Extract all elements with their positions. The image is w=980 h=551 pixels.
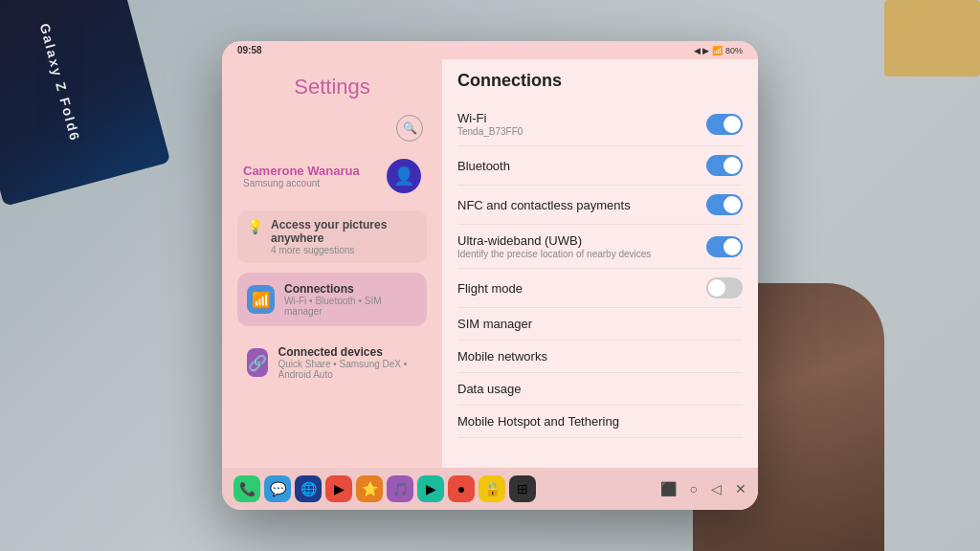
wifi-sub: Tenda_B73FF0: [457, 126, 523, 137]
nav-app-media[interactable]: ▶: [325, 475, 352, 502]
search-icon-row: 🔍: [237, 115, 427, 142]
search-button[interactable]: 🔍: [396, 115, 423, 142]
nav-app-music[interactable]: 🎵: [387, 475, 413, 502]
menu-item-connections[interactable]: 📶 Connections Wi-Fi • Bluetooth • SIM ma…: [237, 273, 427, 326]
connected-devices-icon: 🔗: [247, 348, 268, 377]
profile-info: Camerone Wanarua Samsung account: [243, 164, 387, 188]
mobile-networks-info: Mobile networks: [457, 349, 547, 364]
connected-devices-label: Connected devices: [278, 345, 417, 359]
setting-row-uwb[interactable]: Ultra-wideband (UWB) Identify the precis…: [457, 225, 743, 269]
setting-row-hotspot[interactable]: Mobile Hotspot and Tethering: [457, 406, 743, 438]
nfc-toggle[interactable]: [706, 194, 743, 215]
nfc-label: NFC and contactless payments: [457, 198, 631, 212]
bluetooth-label: Bluetooth: [457, 159, 510, 173]
profile-avatar: 👤: [387, 159, 421, 193]
status-right: ◀ ▶ 📶 80%: [694, 46, 743, 55]
right-panel: Connections Wi-Fi Tenda_B73FF0 Bluetooth…: [442, 59, 758, 468]
phone-screen: 09:58 ◀ ▶ 📶 80% Settings 🔍 Camerone Wana…: [222, 41, 758, 510]
setting-row-flight[interactable]: Flight mode: [457, 269, 743, 308]
uwb-toggle[interactable]: [706, 236, 743, 257]
data-usage-label: Data usage: [457, 382, 522, 396]
nfc-info: NFC and contactless payments: [457, 198, 631, 212]
nav-app-messages[interactable]: 💬: [264, 475, 291, 502]
hotspot-info: Mobile Hotspot and Tethering: [457, 414, 619, 429]
connected-devices-text: Connected devices Quick Share • Samsung …: [278, 345, 417, 380]
suggestion-text: Access your pictures anywhere 4 more sug…: [271, 218, 417, 255]
setting-row-wifi[interactable]: Wi-Fi Tenda_B73FF0: [457, 102, 743, 146]
profile-row[interactable]: Camerone Wanarua Samsung account 👤: [237, 151, 427, 201]
settings-title: Settings: [237, 69, 427, 105]
nav-app-youtube[interactable]: ●: [448, 475, 475, 502]
connected-devices-sub: Quick Share • Samsung DeX • Android Auto: [278, 359, 417, 380]
setting-row-nfc[interactable]: NFC and contactless payments: [457, 186, 743, 225]
flight-toggle[interactable]: [706, 277, 743, 298]
suggestion-main: Access your pictures anywhere: [271, 218, 417, 245]
battery-indicator: 80%: [725, 46, 743, 55]
connections-icon: 📶: [247, 285, 275, 314]
setting-row-mobile-networks[interactable]: Mobile networks: [457, 341, 743, 373]
menu-item-connected-devices[interactable]: 🔗 Connected devices Quick Share • Samsun…: [237, 336, 427, 389]
setting-row-sim[interactable]: SIM manager: [457, 308, 743, 341]
sim-label: SIM manager: [457, 317, 532, 331]
setting-row-bluetooth[interactable]: Bluetooth: [457, 146, 743, 186]
connections-label: Connections: [284, 282, 417, 296]
nav-app-bixby[interactable]: ⭐: [356, 475, 383, 502]
suggestion-sub: 4 more suggestions: [271, 245, 417, 255]
connections-text: Connections Wi-Fi • Bluetooth • SIM mana…: [284, 282, 417, 317]
flight-info: Flight mode: [457, 281, 523, 296]
nav-recents[interactable]: ⬛: [660, 481, 677, 496]
wifi-info: Wi-Fi Tenda_B73FF0: [457, 111, 523, 137]
status-bar: 09:58 ◀ ▶ 📶 80%: [222, 41, 758, 59]
profile-name: Camerone Wanarua: [243, 164, 387, 178]
nav-app-grid[interactable]: ⊞: [509, 475, 536, 502]
nav-app-phone[interactable]: 📞: [234, 475, 260, 502]
uwb-info: Ultra-wideband (UWB) Identify the precis…: [457, 233, 651, 259]
profile-subtitle: Samsung account: [243, 178, 387, 188]
bluetooth-toggle[interactable]: [706, 155, 743, 176]
nav-home[interactable]: ○: [690, 481, 698, 496]
suggestion-banner[interactable]: 💡 Access your pictures anywhere 4 more s…: [237, 210, 427, 263]
wifi-label: Wi-Fi: [457, 111, 523, 125]
bluetooth-info: Bluetooth: [457, 159, 510, 173]
setting-row-data-usage[interactable]: Data usage: [457, 373, 743, 406]
nav-app-secure[interactable]: 🔒: [479, 475, 505, 502]
flight-label: Flight mode: [457, 281, 523, 296]
uwb-label: Ultra-wideband (UWB): [457, 233, 651, 248]
nav-app-browser[interactable]: 🌐: [295, 475, 322, 502]
bulb-icon: 💡: [247, 219, 263, 234]
left-panel: Settings 🔍 Camerone Wanarua Samsung acco…: [222, 59, 442, 468]
nav-app-play[interactable]: ▶: [417, 475, 444, 502]
uwb-sub: Identify the precise location of nearby …: [457, 249, 651, 259]
nav-back[interactable]: ◁: [711, 481, 722, 496]
mobile-networks-label: Mobile networks: [457, 349, 547, 364]
navbar: 📞 💬 🌐 ▶ ⭐ 🎵 ▶ ● 🔒 ⊞ ⬛ ○ ◁ ✕: [222, 468, 758, 510]
signal-icon: ◀ ▶ 📶: [694, 46, 723, 55]
hotspot-label: Mobile Hotspot and Tethering: [457, 414, 619, 429]
sim-info: SIM manager: [457, 317, 532, 331]
nav-apps: 📞 💬 🌐 ▶ ⭐ 🎵 ▶ ● 🔒 ⊞: [234, 475, 536, 502]
galaxy-box-label: Galaxy Z Fold6: [37, 22, 83, 143]
data-usage-info: Data usage: [457, 382, 522, 396]
nav-controls: ⬛ ○ ◁ ✕: [660, 481, 746, 496]
corner-accessory: [884, 0, 980, 77]
status-time: 09:58: [237, 45, 262, 55]
connections-sub: Wi-Fi • Bluetooth • SIM manager: [284, 296, 417, 317]
nav-close[interactable]: ✕: [735, 481, 746, 496]
connections-title: Connections: [457, 69, 743, 91]
wifi-toggle[interactable]: [706, 114, 743, 135]
phone-content: Settings 🔍 Camerone Wanarua Samsung acco…: [222, 59, 758, 468]
